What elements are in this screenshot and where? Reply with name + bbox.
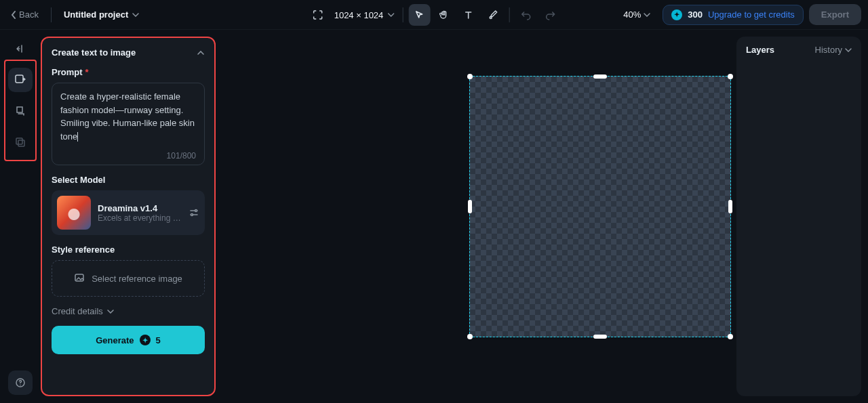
zoom-text: 40% — [623, 9, 641, 20]
resize-handle-bl[interactable] — [467, 334, 473, 339]
undo-button[interactable] — [515, 4, 536, 26]
prompt-label: Prompt* — [52, 67, 205, 77]
svg-rect-3 — [18, 140, 24, 146]
canvas-dimensions-dropdown[interactable]: 1024 × 1024 — [332, 10, 397, 20]
model-thumbnail — [57, 196, 91, 230]
model-name: Dreamina v1.4 — [98, 203, 182, 213]
style-reference-label: Style reference — [52, 245, 205, 255]
collapse-panel-button[interactable] — [8, 37, 33, 61]
divider — [402, 7, 403, 22]
select-model-label: Select Model — [52, 175, 205, 185]
divider — [509, 7, 509, 22]
layers-title: Layers — [746, 45, 774, 55]
svg-point-5 — [195, 210, 197, 212]
project-title-text: Untitled project — [64, 9, 128, 20]
export-button: Export — [809, 4, 861, 25]
layers-panel: Layers History — [736, 37, 861, 396]
top-center-tools: 1024 × 1024 — [307, 0, 561, 30]
zoom-dropdown[interactable]: 40% — [616, 9, 657, 20]
model-desc: Excels at everything f... — [98, 213, 182, 223]
credits-icon: ✦ — [671, 9, 682, 20]
project-title-dropdown[interactable]: Untitled project — [60, 7, 143, 22]
redo-button[interactable] — [539, 4, 561, 26]
back-button[interactable]: Back — [7, 7, 43, 22]
image-variation-tool[interactable] — [8, 99, 33, 123]
layers-tool[interactable] — [8, 130, 33, 154]
upgrade-label: Upgrade to get credits — [708, 9, 795, 20]
brush-tool[interactable] — [481, 4, 503, 26]
divider — [51, 7, 52, 22]
resize-handle-tl[interactable] — [467, 74, 473, 79]
style-placeholder: Select reference image — [92, 274, 182, 284]
canvas-area[interactable] — [216, 30, 736, 403]
prompt-text: Create a hyper-realistic female fashion … — [60, 90, 196, 143]
generate-button[interactable]: Generate ✦ 5 — [52, 326, 205, 354]
resize-handle-l[interactable] — [468, 200, 472, 213]
frame-icon[interactable] — [307, 4, 329, 26]
resize-handle-tr[interactable] — [728, 74, 733, 79]
back-label: Back — [19, 9, 39, 20]
text-tool[interactable] — [457, 4, 479, 26]
svg-rect-1 — [16, 75, 23, 83]
dimensions-text: 1024 × 1024 — [334, 10, 384, 20]
hand-tool[interactable] — [433, 4, 454, 26]
model-selector[interactable]: Dreamina v1.4 Excels at everything f... — [52, 190, 205, 235]
select-tool[interactable] — [408, 4, 430, 26]
chevron-down-icon — [132, 13, 139, 17]
tool-rail — [0, 30, 41, 403]
panel-title: Create text to image — [52, 47, 136, 58]
credit-details-toggle[interactable]: Credit details — [52, 306, 205, 316]
top-bar: Back Untitled project 1024 × 1024 — [0, 0, 868, 30]
generate-label: Generate — [96, 335, 134, 345]
resize-handle-t[interactable] — [593, 75, 607, 79]
resize-handle-b[interactable] — [593, 335, 607, 339]
svg-rect-2 — [16, 138, 22, 144]
chevron-up-icon[interactable] — [197, 50, 205, 56]
credits-amount: 300 — [688, 9, 703, 20]
help-button[interactable] — [8, 370, 33, 395]
text-to-image-panel: Create text to image Prompt* Create a hy… — [41, 37, 216, 396]
svg-point-0 — [490, 17, 492, 19]
resize-handle-r[interactable] — [728, 200, 732, 213]
chevron-down-icon — [644, 13, 650, 17]
style-reference-picker[interactable]: Select reference image — [52, 260, 205, 297]
chevron-left-icon — [11, 11, 16, 19]
text-to-image-tool[interactable] — [8, 68, 33, 92]
generate-cost: 5 — [156, 335, 161, 345]
chevron-down-icon — [845, 48, 852, 52]
history-dropdown[interactable]: History — [815, 45, 852, 55]
resize-handle-br[interactable] — [728, 334, 733, 339]
upgrade-credits-button[interactable]: ✦ 300 Upgrade to get credits — [663, 5, 804, 25]
chevron-down-icon — [107, 310, 114, 314]
artboard[interactable] — [469, 76, 731, 337]
sliders-icon — [189, 207, 199, 218]
prompt-input[interactable]: Create a hyper-realistic female fashion … — [52, 83, 205, 165]
char-count: 101/800 — [60, 151, 196, 161]
svg-point-6 — [191, 214, 193, 216]
image-add-icon — [74, 272, 86, 284]
credits-icon: ✦ — [140, 335, 151, 345]
chevron-down-icon — [387, 13, 394, 17]
